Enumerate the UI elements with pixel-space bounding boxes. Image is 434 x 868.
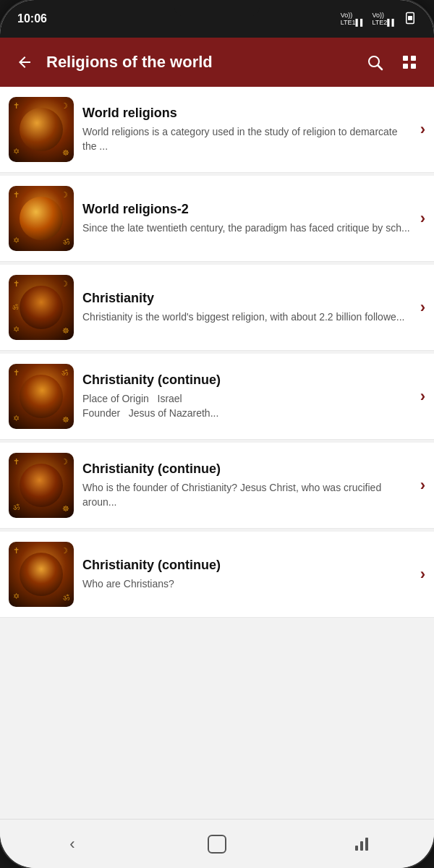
symbol-wheel: ☸ [62, 415, 69, 425]
globe-graphic [20, 197, 63, 240]
symbol-star: ✡ [13, 592, 20, 601]
globe-graphic [20, 464, 63, 507]
globe-graphic [20, 108, 63, 151]
item-title: Christianity (continue) [82, 373, 412, 388]
nav-back-icon: ‹ [69, 835, 75, 854]
symbol-om: ॐ [63, 237, 69, 247]
phone-shell: 10:06 Vo))LTE1▌▌ Vo))LTE2▌▌ Religions o [0, 0, 434, 868]
app-title: Religions of the world [46, 53, 353, 72]
notch [174, 0, 260, 17]
chevron-right-icon: › [420, 120, 425, 139]
phone-screen: 10:06 Vo))LTE1▌▌ Vo))LTE2▌▌ Religions o [0, 0, 434, 868]
symbol-om: ॐ [12, 303, 18, 312]
symbol-om: ॐ [63, 593, 69, 603]
symbol-wheel: ☸ [62, 504, 69, 514]
item-description: Who is the founder of Christianity? Jesu… [82, 481, 412, 509]
item-thumbnail: ✝ ॐ ✡ ☸ [9, 364, 74, 429]
globe-graphic [20, 286, 63, 329]
item-content: World religions World religions is a cat… [82, 106, 412, 153]
list-item[interactable]: ✝ ☽ ✡ ॐ World religions-2 Since the late… [0, 176, 434, 262]
items-list: ✝ ☽ ✡ ☸ World religions World religions … [0, 87, 434, 819]
item-thumbnail: ✝ ☽ ✡ ॐ [9, 186, 74, 251]
symbol-star: ✡ [13, 325, 20, 334]
symbol-wheel: ☸ [62, 326, 69, 336]
symbol-cross: ✝ [13, 546, 20, 556]
item-description: Who are Christians? [82, 577, 412, 592]
item-thumbnail: ✝ ☽ ॐ ☸ [9, 453, 74, 518]
list-item[interactable]: ✝ ॐ ✡ ☸ Christianity (continue) Place of… [0, 354, 434, 440]
signal2-icon: Vo))LTE2▌▌ [372, 12, 396, 26]
svg-rect-8 [355, 846, 358, 851]
grid-view-button[interactable] [396, 49, 422, 75]
search-button[interactable] [362, 49, 388, 75]
symbol-star: ✡ [13, 147, 20, 156]
symbol-cross: ✝ [13, 279, 20, 289]
status-time: 10:06 [17, 12, 47, 25]
symbol-cross: ✝ [13, 190, 20, 200]
nav-recents-icon [353, 835, 370, 853]
bottom-navigation: ‹ [0, 819, 434, 868]
symbol-om: ॐ [61, 368, 68, 378]
svg-rect-9 [360, 841, 363, 851]
nav-recents-button[interactable] [344, 826, 380, 862]
symbol-cross: ✝ [13, 457, 20, 467]
symbol-crescent: ☽ [61, 457, 68, 467]
globe-graphic [20, 375, 63, 418]
symbol-star: ✡ [13, 236, 20, 245]
item-thumbnail: ✝ ☽ ✡ ॐ [9, 542, 74, 607]
svg-rect-6 [403, 64, 408, 69]
chevron-right-icon: › [420, 298, 425, 317]
status-icons: Vo))LTE1▌▌ Vo))LTE2▌▌ [341, 12, 417, 26]
symbol-cross: ✝ [13, 101, 20, 111]
symbol-cross: ✝ [13, 368, 20, 378]
svg-rect-1 [408, 16, 412, 20]
item-content: Christianity (continue) Who is the found… [82, 461, 412, 509]
item-description: Since the late twentieth century, the pa… [82, 221, 412, 236]
symbol-crescent: ☽ [61, 279, 68, 289]
list-bottom-spacer [0, 621, 434, 765]
app-bar: Religions of the world [0, 38, 434, 87]
item-title: Christianity (continue) [82, 461, 412, 477]
svg-rect-4 [403, 56, 408, 61]
item-content: Christianity (continue) Who are Christia… [82, 558, 412, 592]
svg-rect-7 [411, 64, 416, 69]
symbol-om: ॐ [13, 503, 20, 512]
item-thumbnail: ✝ ☽ ✡ ☸ ॐ [9, 275, 74, 340]
item-title: Christianity [82, 291, 412, 306]
item-thumbnail: ✝ ☽ ✡ ☸ [9, 97, 74, 162]
item-title: Christianity (continue) [82, 558, 412, 573]
globe-graphic [20, 553, 63, 596]
symbol-wheel: ☸ [62, 148, 69, 158]
chevron-right-icon: › [420, 565, 425, 584]
item-description: Christianity is the world's biggest reli… [82, 310, 412, 325]
nav-back-button[interactable]: ‹ [54, 826, 90, 862]
svg-rect-5 [411, 56, 416, 61]
sim-icon [404, 12, 417, 26]
chevron-right-icon: › [420, 476, 425, 495]
list-item[interactable]: ✝ ☽ ✡ ☸ ॐ Christianity Christianity is t… [0, 265, 434, 351]
svg-rect-10 [365, 838, 368, 851]
signal1-icon: Vo))LTE1▌▌ [341, 12, 365, 26]
item-description: Place of Origin IsraelFounder Jesus of N… [82, 392, 412, 420]
item-content: Christianity (continue) Place of Origin … [82, 373, 412, 420]
item-content: World religions-2 Since the late twentie… [82, 202, 412, 236]
list-item[interactable]: ✝ ☽ ✡ ॐ Christianity (continue) Who are … [0, 532, 434, 618]
symbol-crescent: ☽ [61, 190, 68, 200]
item-title: World religions [82, 106, 412, 121]
symbol-om: ☽ [61, 101, 68, 111]
item-title: World religions-2 [82, 202, 412, 217]
list-item[interactable]: ✝ ☽ ॐ ☸ Christianity (continue) Who is t… [0, 443, 434, 529]
nav-home-icon [208, 835, 226, 854]
symbol-star: ✡ [13, 414, 20, 423]
back-button[interactable] [12, 49, 38, 75]
nav-home-button[interactable] [199, 826, 235, 862]
chevron-right-icon: › [420, 209, 425, 228]
svg-line-3 [378, 66, 383, 70]
chevron-right-icon: › [420, 387, 425, 406]
item-description: World religions is a category used in th… [82, 125, 412, 153]
symbol-crescent: ☽ [61, 546, 68, 556]
list-item[interactable]: ✝ ☽ ✡ ☸ World religions World religions … [0, 87, 434, 173]
item-content: Christianity Christianity is the world's… [82, 291, 412, 325]
